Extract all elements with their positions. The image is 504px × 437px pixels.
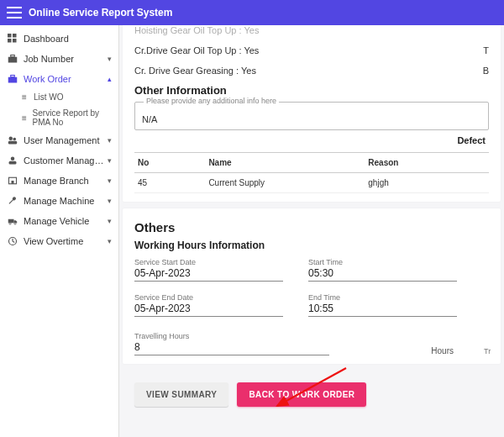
travelling-hours-field[interactable]: Travelling Hours 8 [134, 332, 329, 355]
defects-col-reason: Reason [365, 153, 489, 173]
sidebar-item-view-overtime[interactable]: View Overtime ▾ [0, 231, 118, 251]
chevron-down-icon: ▾ [108, 136, 112, 145]
field-value: 8 [134, 341, 329, 355]
svg-point-8 [9, 137, 13, 141]
field-label: Service End Date [134, 293, 283, 302]
service-start-date-field[interactable]: Service Start Date 05-Apr-2023 [134, 258, 283, 282]
customer-icon [7, 155, 18, 166]
sidebar-item-label: Manage Branch [24, 176, 108, 186]
list-icon: ≡ [22, 92, 30, 102]
others-title: Others [134, 220, 489, 234]
svg-rect-14 [12, 181, 14, 184]
crdrive-value: Yes [244, 45, 259, 55]
svg-point-16 [9, 223, 11, 224]
view-summary-button[interactable]: VIEW SUMMARY [134, 382, 228, 407]
field-label: End Time [308, 293, 457, 302]
back-to-work-order-button[interactable]: BACK TO WORK ORDER [237, 382, 366, 407]
app-title: Online Service Report System [29, 7, 172, 18]
sidebar-item-dashboard[interactable]: Dashboard [0, 29, 118, 49]
end-time-field[interactable]: End Time 10:55 [308, 293, 457, 317]
dashboard-icon [7, 34, 18, 44]
app-header: Online Service Report System [0, 0, 504, 25]
sidebar-sub-label: Service Report by PMA No [33, 108, 118, 127]
sidebar-item-customer-management[interactable]: Customer Management ▾ [0, 150, 118, 171]
sidebar-sub-list-wo[interactable]: ≡ List WO [0, 89, 118, 105]
service-end-date-field[interactable]: Service End Date 05-Apr-2023 [134, 293, 283, 317]
briefcase-icon [7, 54, 18, 64]
users-icon [7, 135, 18, 145]
chevron-up-icon: ▴ [108, 75, 112, 83]
sidebar-sub-service-report[interactable]: ≡ Service Report by PMA No [0, 105, 118, 130]
sidebar-item-label: User Management [24, 135, 108, 145]
svg-rect-15 [8, 219, 14, 224]
svg-rect-1 [13, 34, 17, 38]
other-info-value: N/A [142, 114, 481, 124]
svg-point-9 [13, 138, 16, 141]
svg-rect-12 [9, 161, 17, 165]
sidebar-item-manage-machine[interactable]: Manage Machine ▾ [0, 191, 118, 211]
svg-point-17 [14, 223, 16, 224]
sidebar-item-manage-branch[interactable]: Manage Branch ▾ [0, 171, 118, 191]
svg-point-11 [11, 157, 15, 161]
svg-rect-0 [8, 34, 12, 38]
svg-rect-4 [8, 57, 18, 63]
hoisting-label: Hoisting Gear Oil Top Up : [134, 25, 242, 35]
sidebar-item-user-management[interactable]: User Management ▾ [0, 130, 118, 150]
sidebar-sub-label: List WO [34, 92, 64, 102]
sidebar-item-job-number[interactable]: Job Number ▾ [0, 49, 118, 69]
crdrive-grease-value: Yes [241, 66, 256, 76]
sidebar: Dashboard Job Number ▾ Work Order ▴ ≡ Li… [0, 25, 119, 437]
field-value: 05-Apr-2023 [134, 267, 283, 282]
start-time-field[interactable]: Start Time 05:30 [308, 258, 457, 282]
field-value: 05:30 [308, 267, 457, 282]
others-card: Others Working Hours Information Service… [123, 208, 501, 364]
sidebar-item-label: Manage Machine [24, 196, 108, 206]
branch-icon [7, 176, 18, 186]
sidebar-item-label: Work Order [24, 74, 108, 84]
sidebar-item-manage-vehicle[interactable]: Manage Vehicle ▾ [0, 211, 118, 231]
field-label: Travelling Hours [134, 332, 329, 340]
sidebar-item-label: Dashboard [24, 34, 112, 44]
svg-rect-3 [13, 39, 17, 43]
field-label: Service Start Date [134, 258, 283, 266]
chevron-down-icon: ▾ [108, 237, 112, 245]
defects-title: Defect [134, 130, 489, 147]
sidebar-item-label: Customer Management [24, 155, 108, 166]
field-label: Start Time [308, 258, 457, 266]
defects-col-no: No [134, 153, 205, 173]
field-value: 05-Apr-2023 [134, 303, 283, 317]
details-card: Hoisting Gear Oil Top Up : Yes Cr.Drive … [123, 25, 501, 202]
cell-no: 45 [134, 173, 205, 193]
hoisting-value: Yes [244, 25, 259, 35]
svg-rect-7 [11, 76, 15, 77]
list-icon: ≡ [22, 113, 29, 123]
hamburger-icon[interactable] [7, 7, 22, 18]
sidebar-item-work-order[interactable]: Work Order ▴ [0, 69, 118, 89]
crdrive-grease-right: B [483, 66, 489, 76]
sidebar-item-label: View Overtime [24, 236, 108, 246]
main-content: Hoisting Gear Oil Top Up : Yes Cr.Drive … [119, 25, 504, 437]
other-info-header: Other Information [134, 84, 489, 97]
chevron-down-icon: ▾ [108, 197, 112, 205]
crdrive-grease-label: Cr. Drive Gear Greasing : [134, 66, 239, 76]
cell-name: Current Supply [205, 173, 365, 193]
svg-rect-5 [11, 55, 15, 57]
svg-rect-6 [8, 77, 18, 83]
crdrive-right: T [483, 45, 489, 55]
field-value: 10:55 [308, 303, 457, 317]
action-buttons: VIEW SUMMARY BACK TO WORK ORDER [119, 371, 504, 422]
hours-unit: Hours [431, 346, 454, 355]
sidebar-item-label: Manage Vehicle [24, 216, 108, 226]
table-row: 45 Current Supply ghjgh [134, 173, 489, 193]
clock-icon [7, 236, 18, 246]
other-info-legend: Please provide any additional info here [144, 97, 279, 105]
wrench-icon [7, 196, 18, 206]
sidebar-item-label: Job Number [24, 54, 108, 64]
chevron-down-icon: ▾ [108, 55, 112, 63]
crdrive-label: Cr.Drive Gear Oil Top Up : [134, 45, 242, 55]
chevron-down-icon: ▾ [108, 156, 112, 165]
briefcase-icon [7, 74, 18, 84]
other-info-field: Please provide any additional info here … [134, 102, 489, 130]
svg-rect-10 [8, 141, 18, 145]
svg-rect-2 [8, 39, 12, 43]
